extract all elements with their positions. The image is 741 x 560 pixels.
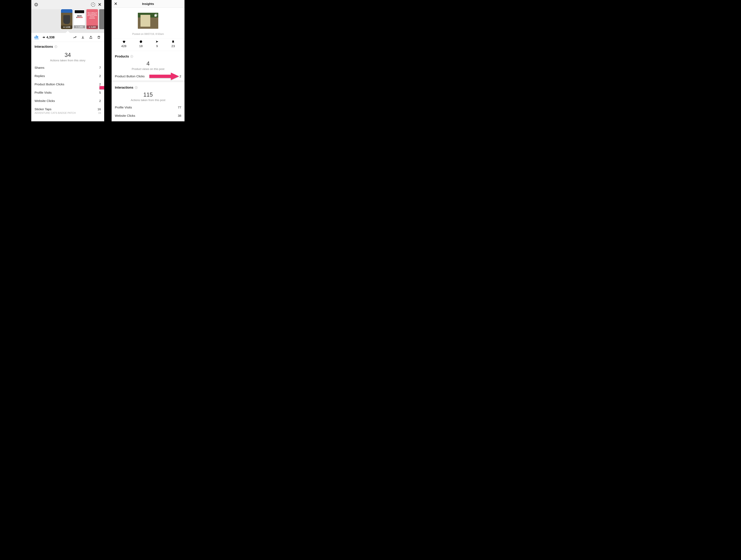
comments-stat: 18 xyxy=(139,40,143,48)
info-icon[interactable]: i xyxy=(130,55,133,58)
metric-row: Profile Visits 5 xyxy=(31,88,104,97)
story-top-bar: ✕ xyxy=(31,0,104,9)
story-thumbnail[interactable]: We're raffling off some pawsome purrizes… xyxy=(86,9,98,29)
story-views: 4,338 xyxy=(66,26,70,28)
metric-subrow: ADVENTURE CATS BADGE PATCH 16 xyxy=(31,111,104,116)
metric-row: Replies 2 xyxy=(31,72,104,80)
story-thumbnail[interactable]: MEWS&BREWS 3,682 xyxy=(74,9,85,29)
saves-stat: 23 xyxy=(172,40,175,48)
interactions-total: 115 xyxy=(112,91,185,98)
svg-point-9 xyxy=(44,37,44,38)
svg-point-5 xyxy=(76,27,77,27)
stories-strip[interactable]: 4,338 MEWS&BREWS 3,682 We're raffling of… xyxy=(31,9,104,33)
metric-value: 2 xyxy=(99,74,101,78)
metric-value: 38 xyxy=(178,114,181,118)
carousel-icon xyxy=(154,14,157,17)
metric-value: 2 xyxy=(99,82,101,86)
metric-row: Sticker Taps 16 xyxy=(31,105,104,111)
insights-tab-icon[interactable] xyxy=(35,36,39,39)
svg-point-3 xyxy=(64,27,64,27)
products-total: 4 xyxy=(112,60,185,67)
interactions-subtext: Actions taken from this story xyxy=(31,59,104,62)
metric-label: Website Clicks xyxy=(115,114,135,118)
post-thumbnail[interactable] xyxy=(138,13,158,29)
metric-value: 7 xyxy=(99,66,101,69)
metric-label: Website Clicks xyxy=(35,99,55,103)
metric-label: Profile Visits xyxy=(35,91,52,94)
download-icon[interactable] xyxy=(81,35,85,40)
metric-row: Shares 7 xyxy=(31,64,104,72)
bookmark-icon xyxy=(172,40,175,44)
metric-label: Product Button Clicks xyxy=(35,82,64,86)
interactions-subtext: Actions taken from this post xyxy=(112,98,185,102)
svg-point-7 xyxy=(89,27,90,27)
interactions-header: Interactions i xyxy=(31,42,104,50)
metric-value: 5 xyxy=(99,91,101,94)
engagement-row: 428 18 9 23 xyxy=(112,39,185,51)
svg-point-13 xyxy=(140,41,142,43)
metric-label: Profile Visits xyxy=(115,106,132,109)
story-views-count: 4,338 xyxy=(43,36,55,39)
story-views: 3,320 xyxy=(91,26,96,28)
products-subtext: Product views on this post xyxy=(112,67,185,71)
likes-stat: 428 xyxy=(121,40,126,48)
settings-icon[interactable] xyxy=(34,2,39,7)
close-icon[interactable]: ✕ xyxy=(98,2,102,7)
story-insights-panel: ✕ 4,338 MEWS&BREWS 3,682 We're raffling … xyxy=(31,0,104,121)
metric-label: Replies xyxy=(35,74,45,78)
heart-icon xyxy=(122,40,126,44)
page-title: Insights xyxy=(112,2,185,6)
promote-icon[interactable] xyxy=(73,35,77,40)
posted-timestamp: Posted on 08/07/19, 8:50am xyxy=(132,32,164,36)
shares-stat: 9 xyxy=(155,40,159,48)
post-insights-panel: ✕ Insights Posted on 08/07/19, 8:50am 42… xyxy=(112,0,185,121)
info-icon[interactable]: i xyxy=(135,86,138,89)
share-icon[interactable] xyxy=(89,35,93,40)
metric-label: Shares xyxy=(35,66,45,69)
story-thumbnail[interactable]: 4,338 xyxy=(61,9,72,29)
metric-row: Website Clicks 2 xyxy=(31,97,104,105)
svg-point-0 xyxy=(35,3,38,6)
metric-row: Website Clicks 38 xyxy=(112,112,185,120)
metric-row: Profile Visits 77 xyxy=(112,103,185,112)
metric-value: 2 xyxy=(180,74,181,78)
comment-icon xyxy=(139,40,143,44)
interactions-header: Interactions i xyxy=(112,82,185,91)
metric-row: Product Button Clicks 2 xyxy=(31,80,104,88)
metric-label: Sticker Taps xyxy=(35,108,52,111)
svg-rect-12 xyxy=(154,14,156,16)
story-thumbnail[interactable] xyxy=(99,9,104,29)
post-preview: Posted on 08/07/19, 8:50am xyxy=(112,8,185,39)
save-icon[interactable] xyxy=(91,3,95,7)
send-icon xyxy=(155,40,159,44)
products-header: Products i xyxy=(112,51,185,60)
metric-label: Product Button Clicks xyxy=(115,74,145,78)
trash-icon[interactable] xyxy=(97,35,101,40)
metric-value: 77 xyxy=(178,106,181,109)
metric-row: Product Button Clicks 2 xyxy=(112,72,185,81)
svg-point-1 xyxy=(35,4,37,5)
close-icon[interactable]: ✕ xyxy=(114,1,117,6)
metric-value: 16 xyxy=(97,108,101,111)
metric-value: 2 xyxy=(99,99,101,103)
info-icon[interactable]: i xyxy=(55,45,57,48)
story-views: 3,682 xyxy=(78,26,83,28)
insights-header: ✕ Insights xyxy=(112,0,185,8)
interactions-total: 34 xyxy=(31,52,104,58)
section-divider xyxy=(112,81,185,82)
